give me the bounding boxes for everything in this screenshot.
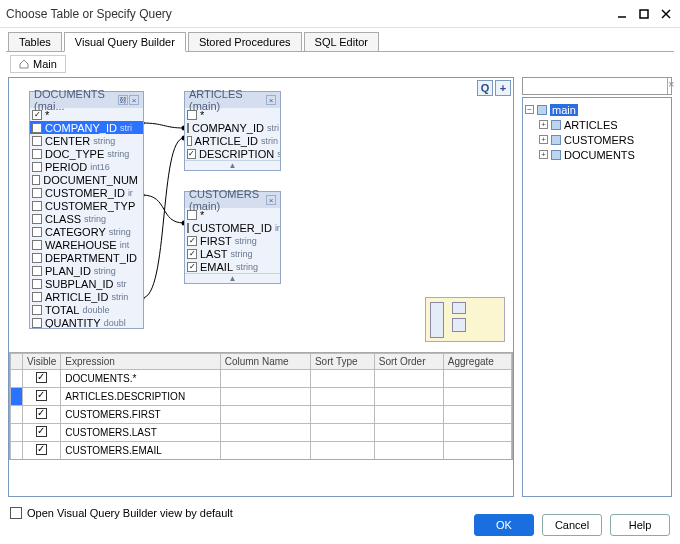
field-row[interactable]: DOC_TYPEstring	[30, 147, 143, 160]
field-row[interactable]: ARTICLE_IDstrin	[30, 290, 143, 303]
close-table-icon[interactable]: ×	[266, 195, 276, 205]
field-checkbox[interactable]	[187, 123, 189, 133]
cancel-button[interactable]: Cancel	[542, 514, 602, 536]
subtab-main[interactable]: Main	[10, 55, 66, 73]
field-row[interactable]: SUBPLAN_IDstr	[30, 277, 143, 290]
field-row[interactable]: CUSTOMER_TYP	[30, 199, 143, 212]
field-row[interactable]: ARTICLE_IDstrin	[185, 134, 280, 147]
table-row[interactable]: ARTICLES.DESCRIPTION	[11, 388, 512, 406]
minimap[interactable]	[425, 297, 505, 342]
grid-header[interactable]: Aggregate	[443, 354, 511, 370]
field-row[interactable]: PLAN_IDstring	[30, 264, 143, 277]
table-row[interactable]: DOCUMENTS.*	[11, 370, 512, 388]
field-row[interactable]: CLASSstring	[30, 212, 143, 225]
tree-item[interactable]: +CUSTOMERS	[539, 132, 669, 147]
maximize-icon[interactable]	[636, 6, 652, 22]
table-row[interactable]: CUSTOMERS.FIRST	[11, 406, 512, 424]
add-tool[interactable]: +	[495, 80, 511, 96]
grid-header[interactable]: Column Name	[220, 354, 310, 370]
link-icon[interactable]: ⛓	[118, 95, 128, 105]
field-checkbox[interactable]	[187, 149, 196, 159]
expression-cell[interactable]: CUSTOMERS.LAST	[61, 424, 220, 442]
close-icon[interactable]	[658, 6, 674, 22]
field-row[interactable]: DESCRIPTIONstr	[185, 147, 280, 160]
field-row[interactable]: CATEGORYstring	[30, 225, 143, 238]
expression-cell[interactable]: CUSTOMERS.FIRST	[61, 406, 220, 424]
tree-expand-icon[interactable]: +	[539, 150, 548, 159]
collapse-icon[interactable]: ▲	[185, 273, 280, 283]
field-row[interactable]: EMAILstring	[185, 260, 280, 273]
visible-checkbox[interactable]	[36, 408, 47, 419]
field-row[interactable]: CUSTOMER_IDir	[30, 186, 143, 199]
field-checkbox[interactable]	[187, 110, 197, 120]
visible-checkbox[interactable]	[36, 444, 47, 455]
field-checkbox[interactable]	[32, 240, 42, 250]
query-tool[interactable]: Q	[477, 80, 493, 96]
field-checkbox[interactable]	[32, 136, 42, 146]
field-row[interactable]: COMPANY_IDstri	[30, 121, 143, 134]
grid-header[interactable]: Expression	[61, 354, 220, 370]
clear-search-icon[interactable]: ×	[667, 78, 674, 94]
field-checkbox[interactable]	[32, 227, 42, 237]
default-view-checkbox[interactable]	[10, 507, 22, 519]
tree-item[interactable]: +DOCUMENTS	[539, 147, 669, 162]
field-checkbox[interactable]	[187, 249, 197, 259]
field-row[interactable]: TOTALdouble	[30, 303, 143, 316]
tree-expand-icon[interactable]: +	[539, 120, 548, 129]
field-row[interactable]: LASTstring	[185, 247, 280, 260]
close-table-icon[interactable]: ×	[129, 95, 139, 105]
field-row[interactable]: DEPARTMENT_ID	[30, 251, 143, 264]
table-row[interactable]: CUSTOMERS.LAST	[11, 424, 512, 442]
field-row[interactable]: FIRSTstring	[185, 234, 280, 247]
expression-cell[interactable]: ARTICLES.DESCRIPTION	[61, 388, 220, 406]
collapse-icon[interactable]: ▲	[185, 160, 280, 170]
field-checkbox[interactable]	[187, 223, 189, 233]
field-checkbox[interactable]	[187, 210, 197, 220]
field-checkbox[interactable]	[187, 136, 192, 146]
tab-sql-editor[interactable]: SQL Editor	[304, 32, 379, 52]
ok-button[interactable]: OK	[474, 514, 534, 536]
field-row[interactable]: PERIODint16	[30, 160, 143, 173]
expression-cell[interactable]: DOCUMENTS.*	[61, 370, 220, 388]
field-row[interactable]: COMPANY_IDstri	[185, 121, 280, 134]
table-row[interactable]: CUSTOMERS.EMAIL	[11, 442, 512, 460]
expression-cell[interactable]: CUSTOMERS.EMAIL	[61, 442, 220, 460]
visible-checkbox[interactable]	[36, 426, 47, 437]
field-checkbox[interactable]	[32, 149, 42, 159]
field-checkbox[interactable]	[32, 110, 42, 120]
tree-root[interactable]: main	[550, 104, 578, 116]
field-checkbox[interactable]	[32, 162, 42, 172]
field-row[interactable]: DOCUMENT_NUM	[30, 173, 143, 186]
field-row[interactable]: QUANTITYdoubl	[30, 316, 143, 328]
field-checkbox[interactable]	[187, 262, 197, 272]
minimize-icon[interactable]	[614, 6, 630, 22]
tree-expand-icon[interactable]: +	[539, 135, 548, 144]
visible-checkbox[interactable]	[36, 372, 47, 383]
visible-checkbox[interactable]	[36, 390, 47, 401]
field-checkbox[interactable]	[32, 214, 42, 224]
tab-stored-procedures[interactable]: Stored Procedures	[188, 32, 302, 52]
tab-tables[interactable]: Tables	[8, 32, 62, 52]
field-checkbox[interactable]	[32, 201, 42, 211]
grid-header[interactable]: Visible	[23, 354, 61, 370]
grid-header[interactable]: Sort Type	[310, 354, 374, 370]
field-row[interactable]: WAREHOUSEint	[30, 238, 143, 251]
field-checkbox[interactable]	[32, 292, 42, 302]
tree-search-input[interactable]	[523, 78, 667, 94]
grid-header[interactable]: Sort Order	[374, 354, 443, 370]
field-checkbox[interactable]	[32, 266, 42, 276]
field-checkbox[interactable]	[187, 236, 197, 246]
field-checkbox[interactable]	[32, 175, 40, 185]
field-checkbox[interactable]	[32, 123, 42, 133]
field-checkbox[interactable]	[32, 279, 42, 289]
tree-collapse-icon[interactable]: −	[525, 105, 534, 114]
field-checkbox[interactable]	[32, 305, 42, 315]
help-button[interactable]: Help	[610, 514, 670, 536]
tree-item[interactable]: +ARTICLES	[539, 117, 669, 132]
field-row[interactable]: CUSTOMER_IDir	[185, 221, 280, 234]
field-checkbox[interactable]	[32, 188, 42, 198]
field-checkbox[interactable]	[32, 253, 42, 263]
field-checkbox[interactable]	[32, 318, 42, 328]
close-table-icon[interactable]: ×	[266, 95, 276, 105]
tab-visual-query-builder[interactable]: Visual Query Builder	[64, 32, 186, 52]
